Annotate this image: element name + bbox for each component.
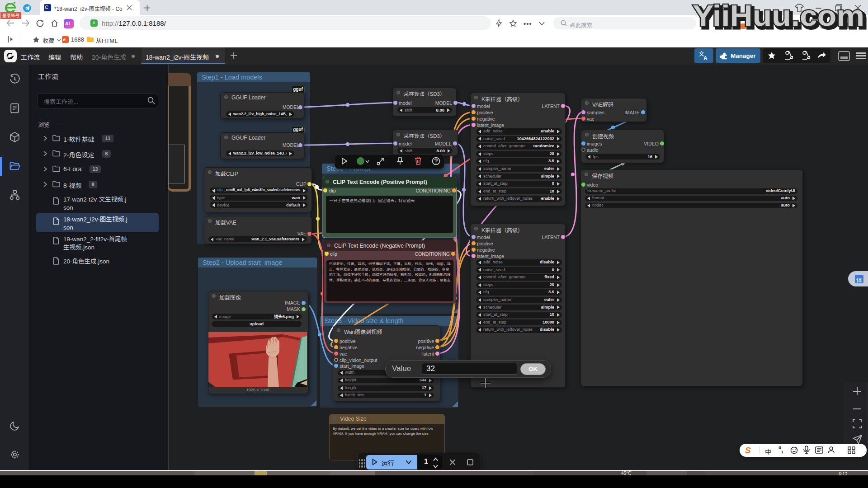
svg-text:YiiHuu.com: YiiHuu.com (693, 0, 864, 32)
